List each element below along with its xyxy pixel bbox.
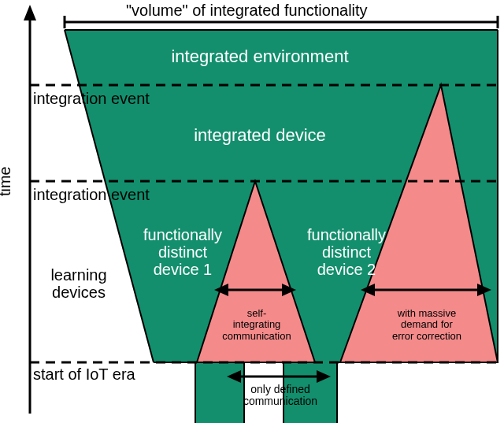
label-device-2: functionally distinct device 2	[307, 226, 386, 278]
label-start-iot: start of IoT era	[33, 365, 135, 383]
svg-marker-10	[24, 5, 36, 20]
label-integrated-environment: integrated environment	[171, 47, 348, 66]
label-self-integrating: self- integrating communication	[222, 308, 291, 342]
label-integrated-device: integrated device	[194, 126, 326, 145]
label-device-1: functionally distinct device 1	[143, 226, 222, 278]
label-integration-event-lower: integration event	[33, 186, 150, 203]
label-massive-demand: with massive demand for error correction	[392, 308, 461, 342]
label-learning-devices: learning devices	[50, 266, 106, 301]
y-axis-label: time	[0, 166, 14, 196]
y-axis-arrow	[24, 5, 36, 414]
label-only-defined: only defined communication	[243, 384, 317, 408]
bracket-label: "volume" of integrated functionality	[126, 2, 368, 19]
green-region	[65, 30, 498, 423]
diagram-stage: time "volume" of integrated functionalit…	[0, 0, 504, 423]
label-integration-event-upper: integration event	[33, 90, 150, 107]
